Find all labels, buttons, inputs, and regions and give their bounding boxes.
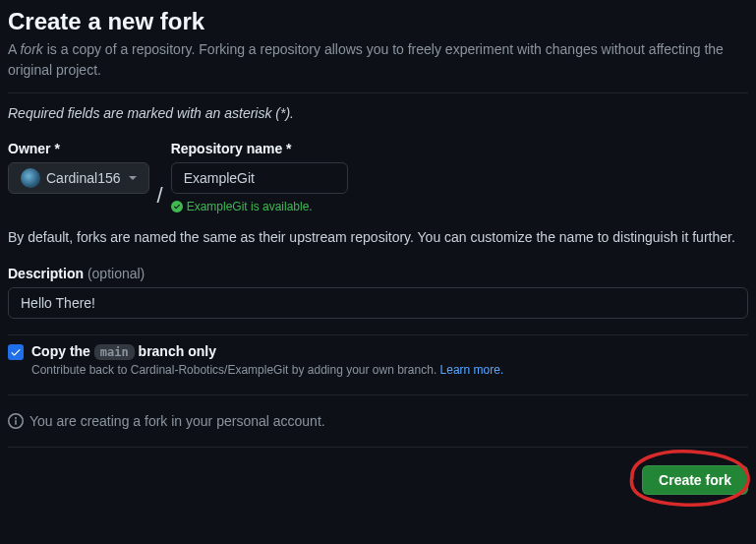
- footer: Create fork: [8, 465, 748, 495]
- divider: [8, 447, 748, 448]
- owner-label: Owner *: [8, 141, 149, 156]
- page-subtitle: A fork is a copy of a repository. Forkin…: [8, 39, 748, 81]
- chevron-down-icon: [129, 176, 137, 180]
- info-note-row: You are creating a fork in your personal…: [8, 413, 748, 429]
- divider: [8, 394, 748, 395]
- description-group: Description (optional): [8, 266, 748, 319]
- copy-branch-label: Copy the main branch only: [31, 343, 748, 359]
- description-label: Description (optional): [8, 266, 748, 281]
- divider: [8, 92, 748, 93]
- owner-name: Cardinal156: [46, 170, 121, 186]
- copy-branch-row: Copy the main branch only Contribute bac…: [8, 343, 748, 377]
- repo-name-input[interactable]: [171, 162, 348, 194]
- separator-slash: /: [157, 183, 163, 213]
- naming-help-text: By default, forks are named the same as …: [8, 227, 748, 248]
- copy-branch-help: Contribute back to Cardinal-Robotics/Exa…: [31, 363, 748, 377]
- availability-message: ExampleGit is available.: [171, 200, 348, 213]
- owner-dropdown[interactable]: Cardinal156: [8, 162, 149, 194]
- branch-chip: main: [94, 344, 135, 360]
- learn-more-link[interactable]: Learn more.: [440, 363, 504, 377]
- description-input[interactable]: [8, 287, 748, 319]
- required-fields-note: Required fields are marked with an aster…: [8, 105, 748, 121]
- copy-branch-checkbox[interactable]: [8, 344, 24, 360]
- info-icon: [8, 413, 24, 429]
- avatar: [21, 168, 40, 188]
- check-circle-icon: [171, 201, 183, 212]
- create-fork-button[interactable]: Create fork: [642, 465, 748, 495]
- repo-label: Repository name *: [171, 141, 348, 156]
- info-note-text: You are creating a fork in your personal…: [29, 413, 325, 429]
- page-title: Create a new fork: [8, 8, 748, 35]
- divider: [8, 334, 748, 335]
- check-icon: [10, 346, 22, 358]
- owner-repo-row: Owner * Cardinal156 / Repository name * …: [8, 141, 748, 213]
